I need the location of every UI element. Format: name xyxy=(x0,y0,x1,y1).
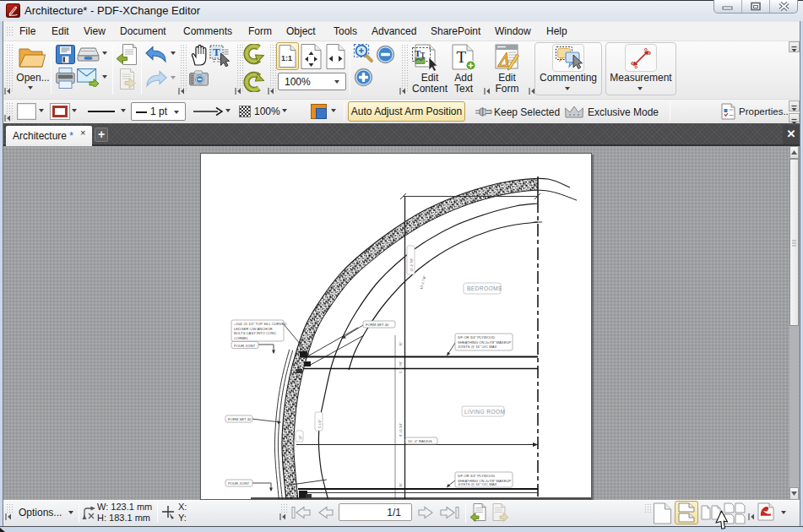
svg-text:CORBEL: CORBEL xyxy=(234,336,249,340)
svg-text:5'-7 7/8": 5'-7 7/8" xyxy=(399,361,403,373)
svg-text:T: T xyxy=(457,48,467,66)
svg-text:JOISTS @ 16" O/C MAX: JOISTS @ 16" O/C MAX xyxy=(458,482,496,486)
svg-text:12": 12" xyxy=(298,435,302,440)
svg-text:10'-2 7/8": 10'-2 7/8" xyxy=(410,258,414,272)
svg-text:10'- 0" RADIUS: 10'- 0" RADIUS xyxy=(408,439,432,443)
svg-text:BOLTS CAST INTO CONC: BOLTS CAST INTO CONC xyxy=(234,331,276,335)
svg-text:36": 36" xyxy=(399,482,403,487)
svg-text:FORM SET 40: FORM SET 40 xyxy=(228,417,252,421)
svg-text:BEDROOMS: BEDROOMS xyxy=(467,285,502,291)
svg-text:SHEATHING ON 2x7/8" MAKEUP: SHEATHING ON 2x7/8" MAKEUP xyxy=(458,340,512,345)
svg-text:5/F OR 3/4" PLYWOOD: 5/F OR 3/4" PLYWOOD xyxy=(458,474,495,478)
svg-text:1:1: 1:1 xyxy=(281,54,292,62)
svg-text:FORM SET 40: FORM SET 40 xyxy=(366,323,389,327)
svg-text:LIVING ROOM: LIVING ROOM xyxy=(464,409,505,415)
svg-text:8'-10 3/4": 8'-10 3/4" xyxy=(399,422,403,437)
svg-text:+104'-11 1/2" TOP SILL CURVED: +104'-11 1/2" TOP SILL CURVED xyxy=(234,322,286,326)
svg-text:POUR JOINT: POUR JOINT xyxy=(228,481,250,486)
svg-text:30": 30" xyxy=(399,341,403,346)
svg-text:LEDGER C/W ANCHOR: LEDGER C/W ANCHOR xyxy=(234,327,273,331)
svg-text:POUR JOINT: POUR JOINT xyxy=(234,344,256,348)
svg-text:JOISTS @ 16" O/C MAX: JOISTS @ 16" O/C MAX xyxy=(458,345,496,349)
svg-text:T: T xyxy=(213,46,220,58)
svg-text:5/F OR 3/4" PLYWOOD: 5/F OR 3/4" PLYWOOD xyxy=(458,335,495,339)
svg-text:5 1/2": 5 1/2" xyxy=(317,419,322,428)
svg-text:10'-2 7/8": 10'-2 7/8" xyxy=(419,274,426,290)
